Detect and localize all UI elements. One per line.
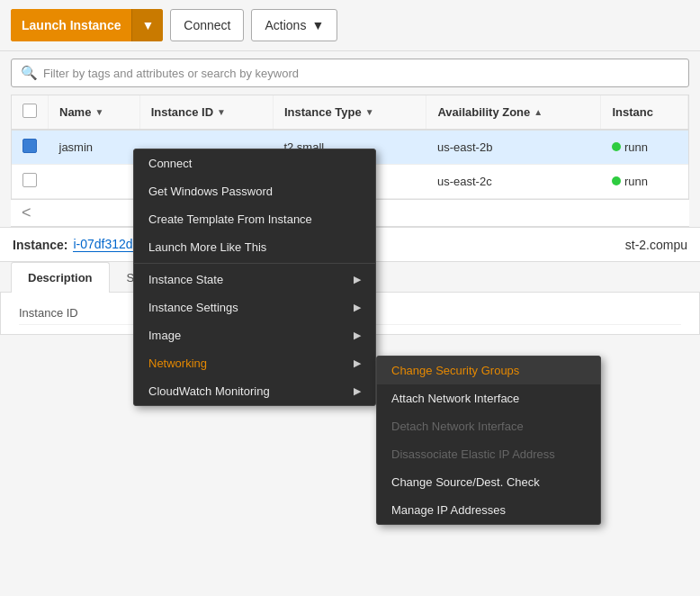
launch-instance-label: Launch Instance (11, 9, 131, 41)
sm-attach-network-interface[interactable]: Attach Network Interface (377, 384, 600, 412)
row-checkbox-cell[interactable] (12, 130, 49, 165)
sm-detach-network-interface: Detach Network Interface (377, 412, 600, 440)
row-checkbox[interactable] (22, 173, 37, 187)
cm-create-template[interactable]: Create Template From Instance (134, 205, 375, 233)
cm-launch-more[interactable]: Launch More Like This (134, 233, 375, 261)
search-bar: 🔍 Filter by tags and attributes or searc… (11, 59, 689, 87)
header-checkbox[interactable] (22, 104, 37, 118)
cm-connect[interactable]: Connect (134, 149, 375, 177)
cm-get-windows-password[interactable]: Get Windows Password (134, 177, 375, 205)
submenu-arrow-icon: ▶ (354, 302, 361, 313)
cm-image[interactable]: Image ▶ (134, 321, 375, 349)
cm-networking[interactable]: Networking ▶ (134, 349, 375, 377)
instance-id-key: Instance ID (19, 306, 145, 320)
cm-instance-settings[interactable]: Instance Settings ▶ (134, 293, 375, 321)
sm-disassociate-elastic-ip: Disassociate Elastic IP Address (377, 440, 600, 468)
table-header-row: Name ▼ Instance ID ▼ Instance Type ▼ (12, 95, 688, 130)
networking-submenu: Change Security Groups Attach Network In… (376, 356, 601, 525)
col-instance-type-label: Instance Type (284, 105, 362, 119)
actions-label: Actions (265, 18, 306, 32)
col-state-label: Instanc (612, 105, 653, 119)
instance-bar-hostname: st-2.compu (625, 238, 687, 252)
status-dot-icon (612, 176, 621, 185)
col-instance-id[interactable]: Instance ID ▼ (139, 95, 273, 130)
col-instance-state[interactable]: Instanc (601, 95, 688, 130)
submenu-arrow-icon: ▶ (354, 330, 361, 341)
cm-divider (134, 263, 375, 264)
sm-manage-ip-addresses[interactable]: Manage IP Addresses (377, 496, 600, 524)
submenu-arrow-icon: ▶ (354, 357, 361, 369)
tab-description[interactable]: Description (11, 262, 110, 293)
col-az-label: Availability Zone (437, 105, 530, 119)
sm-change-security-groups[interactable]: Change Security Groups (377, 357, 600, 384)
cm-cloudwatch[interactable]: CloudWatch Monitoring ▶ (134, 377, 375, 405)
instance-bar-label: Instance: (13, 238, 67, 252)
search-icon: 🔍 (21, 65, 38, 81)
row-state: runn (601, 165, 688, 199)
cm-instance-state[interactable]: Instance State ▶ (134, 266, 375, 293)
row-name (49, 165, 140, 199)
launch-instance-dropdown[interactable]: ▼ (131, 9, 163, 41)
row-checkbox-selected[interactable] (22, 139, 37, 153)
sm-change-source-dest-check[interactable]: Change Source/Dest. Check (377, 468, 600, 496)
submenu-arrow-icon: ▶ (354, 385, 361, 397)
col-name[interactable]: Name ▼ (49, 95, 140, 130)
instance-id-sort-icon: ▼ (217, 107, 226, 117)
instance-type-sort-icon: ▼ (365, 107, 374, 117)
search-input[interactable]: Filter by tags and attributes or search … (43, 67, 299, 80)
actions-chevron-icon: ▼ (311, 18, 324, 32)
context-menu: Connect Get Windows Password Create Temp… (133, 149, 376, 406)
row-az: us-east-2b (426, 130, 601, 165)
row-name: jasmin (49, 130, 140, 165)
row-checkbox-cell[interactable] (12, 165, 49, 199)
submenu-arrow-icon: ▶ (354, 274, 361, 285)
actions-button[interactable]: Actions ▼ (251, 9, 337, 41)
row-state: runn (601, 130, 688, 165)
col-availability-zone[interactable]: Availability Zone ▲ (426, 95, 601, 130)
row-az: us-east-2c (426, 165, 601, 199)
launch-instance-button[interactable]: Launch Instance ▼ (11, 9, 163, 41)
col-instance-id-label: Instance ID (151, 105, 213, 119)
connect-button[interactable]: Connect (170, 9, 244, 41)
az-sort-icon: ▲ (534, 107, 543, 117)
select-all-checkbox[interactable] (12, 95, 49, 130)
toolbar: Launch Instance ▼ Connect Actions ▼ (0, 0, 700, 51)
status-dot-icon (612, 142, 621, 151)
col-instance-type[interactable]: Instance Type ▼ (273, 95, 426, 130)
name-sort-icon: ▼ (94, 107, 103, 117)
